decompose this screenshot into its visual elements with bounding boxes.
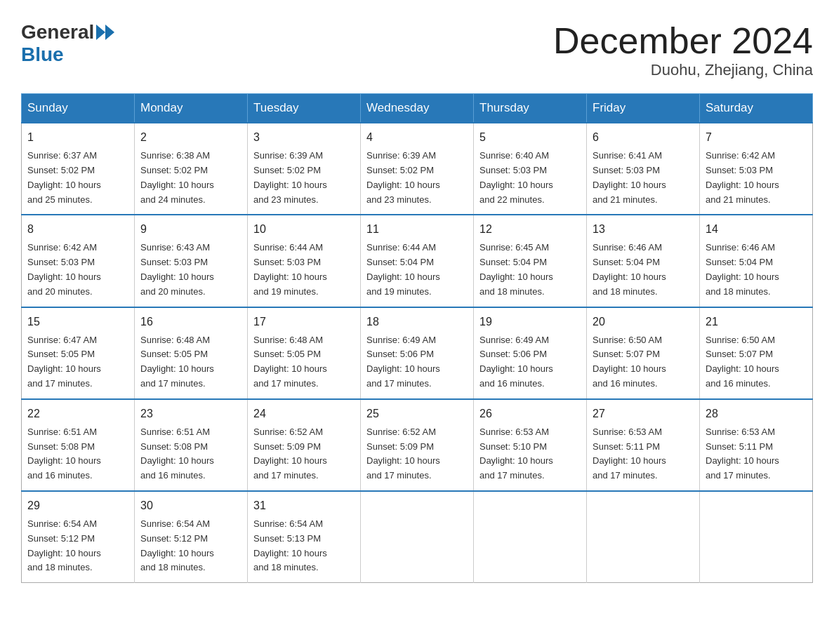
day-number: 2	[140, 129, 241, 146]
day-number: 13	[593, 221, 694, 238]
calendar-cell: 24Sunrise: 6:52 AMSunset: 5:09 PMDayligh…	[248, 399, 361, 491]
calendar-cell	[361, 491, 474, 583]
week-row-3: 15Sunrise: 6:47 AMSunset: 5:05 PMDayligh…	[22, 307, 813, 399]
day-header-wednesday: Wednesday	[361, 94, 474, 123]
day-number: 20	[593, 314, 694, 330]
day-info: Sunrise: 6:52 AMSunset: 5:09 PMDaylight:…	[366, 425, 468, 483]
day-info: Sunrise: 6:47 AMSunset: 5:05 PMDaylight:…	[27, 333, 128, 391]
day-number: 21	[706, 314, 807, 330]
calendar-cell: 5Sunrise: 6:40 AMSunset: 5:03 PMDaylight…	[474, 123, 587, 215]
day-info: Sunrise: 6:44 AMSunset: 5:04 PMDaylight:…	[366, 241, 468, 299]
day-number: 10	[253, 221, 355, 238]
day-info: Sunrise: 6:44 AMSunset: 5:03 PMDaylight:…	[253, 241, 355, 299]
day-number: 15	[27, 314, 128, 330]
calendar-cell: 9Sunrise: 6:43 AMSunset: 5:03 PMDaylight…	[135, 215, 248, 307]
calendar-cell	[587, 491, 700, 583]
calendar-cell: 10Sunrise: 6:44 AMSunset: 5:03 PMDayligh…	[248, 215, 361, 307]
day-number: 31	[253, 497, 355, 514]
day-info: Sunrise: 6:49 AMSunset: 5:06 PMDaylight:…	[479, 333, 581, 391]
day-info: Sunrise: 6:39 AMSunset: 5:02 PMDaylight:…	[366, 149, 468, 207]
day-number: 19	[479, 314, 581, 330]
day-info: Sunrise: 6:54 AMSunset: 5:12 PMDaylight:…	[140, 517, 241, 575]
day-info: Sunrise: 6:51 AMSunset: 5:08 PMDaylight:…	[27, 425, 128, 483]
day-info: Sunrise: 6:53 AMSunset: 5:10 PMDaylight:…	[479, 425, 581, 483]
day-info: Sunrise: 6:53 AMSunset: 5:11 PMDaylight:…	[706, 425, 807, 483]
calendar-cell: 31Sunrise: 6:54 AMSunset: 5:13 PMDayligh…	[248, 491, 361, 583]
day-info: Sunrise: 6:53 AMSunset: 5:11 PMDaylight:…	[593, 425, 694, 483]
day-number: 14	[706, 221, 807, 238]
calendar-cell: 7Sunrise: 6:42 AMSunset: 5:03 PMDaylight…	[700, 123, 813, 215]
day-info: Sunrise: 6:50 AMSunset: 5:07 PMDaylight:…	[706, 333, 807, 391]
day-number: 22	[27, 405, 128, 422]
day-number: 24	[253, 405, 355, 422]
day-number: 29	[27, 497, 128, 514]
calendar-cell: 8Sunrise: 6:42 AMSunset: 5:03 PMDaylight…	[22, 215, 135, 307]
calendar-cell: 21Sunrise: 6:50 AMSunset: 5:07 PMDayligh…	[700, 307, 813, 399]
calendar-cell: 19Sunrise: 6:49 AMSunset: 5:06 PMDayligh…	[474, 307, 587, 399]
week-row-4: 22Sunrise: 6:51 AMSunset: 5:08 PMDayligh…	[22, 399, 813, 491]
calendar-cell: 18Sunrise: 6:49 AMSunset: 5:06 PMDayligh…	[361, 307, 474, 399]
logo: General Blue	[21, 21, 114, 66]
logo-triangle-icon	[96, 25, 105, 40]
day-info: Sunrise: 6:52 AMSunset: 5:09 PMDaylight:…	[253, 425, 355, 483]
calendar-cell: 11Sunrise: 6:44 AMSunset: 5:04 PMDayligh…	[361, 215, 474, 307]
day-info: Sunrise: 6:49 AMSunset: 5:06 PMDaylight:…	[366, 333, 468, 391]
month-title: December 2024	[553, 21, 813, 61]
day-header-saturday: Saturday	[700, 94, 813, 123]
day-number: 26	[479, 405, 581, 422]
logo-triangle-icon2	[105, 25, 114, 40]
day-number: 4	[366, 129, 468, 146]
calendar-cell	[700, 491, 813, 583]
title-area: December 2024 Duohu, Zhejiang, China	[553, 21, 813, 79]
day-number: 11	[366, 221, 468, 238]
day-number: 1	[27, 129, 128, 146]
day-header-monday: Monday	[135, 94, 248, 123]
calendar-cell: 15Sunrise: 6:47 AMSunset: 5:05 PMDayligh…	[22, 307, 135, 399]
calendar-cell: 28Sunrise: 6:53 AMSunset: 5:11 PMDayligh…	[700, 399, 813, 491]
day-info: Sunrise: 6:48 AMSunset: 5:05 PMDaylight:…	[140, 333, 241, 391]
day-info: Sunrise: 6:43 AMSunset: 5:03 PMDaylight:…	[140, 241, 241, 299]
day-info: Sunrise: 6:54 AMSunset: 5:12 PMDaylight:…	[27, 517, 128, 575]
calendar-cell: 12Sunrise: 6:45 AMSunset: 5:04 PMDayligh…	[474, 215, 587, 307]
calendar-cell: 4Sunrise: 6:39 AMSunset: 5:02 PMDaylight…	[361, 123, 474, 215]
day-header-sunday: Sunday	[22, 94, 135, 123]
day-info: Sunrise: 6:37 AMSunset: 5:02 PMDaylight:…	[27, 149, 128, 207]
calendar-cell: 22Sunrise: 6:51 AMSunset: 5:08 PMDayligh…	[22, 399, 135, 491]
day-number: 16	[140, 314, 241, 330]
page-header: General Blue December 2024 Duohu, Zhejia…	[21, 21, 813, 79]
day-header-thursday: Thursday	[474, 94, 587, 123]
day-number: 6	[593, 129, 694, 146]
day-info: Sunrise: 6:50 AMSunset: 5:07 PMDaylight:…	[593, 333, 694, 391]
calendar-cell: 17Sunrise: 6:48 AMSunset: 5:05 PMDayligh…	[248, 307, 361, 399]
calendar-cell: 23Sunrise: 6:51 AMSunset: 5:08 PMDayligh…	[135, 399, 248, 491]
day-info: Sunrise: 6:46 AMSunset: 5:04 PMDaylight:…	[593, 241, 694, 299]
day-info: Sunrise: 6:40 AMSunset: 5:03 PMDaylight:…	[479, 149, 581, 207]
week-row-5: 29Sunrise: 6:54 AMSunset: 5:12 PMDayligh…	[22, 491, 813, 583]
calendar-cell: 14Sunrise: 6:46 AMSunset: 5:04 PMDayligh…	[700, 215, 813, 307]
calendar-cell: 1Sunrise: 6:37 AMSunset: 5:02 PMDaylight…	[22, 123, 135, 215]
calendar-cell: 30Sunrise: 6:54 AMSunset: 5:12 PMDayligh…	[135, 491, 248, 583]
calendar-cell	[474, 491, 587, 583]
week-row-1: 1Sunrise: 6:37 AMSunset: 5:02 PMDaylight…	[22, 123, 813, 215]
day-number: 18	[366, 314, 468, 330]
day-number: 28	[706, 405, 807, 422]
day-number: 3	[253, 129, 355, 146]
calendar-cell: 2Sunrise: 6:38 AMSunset: 5:02 PMDaylight…	[135, 123, 248, 215]
day-info: Sunrise: 6:48 AMSunset: 5:05 PMDaylight:…	[253, 333, 355, 391]
day-number: 17	[253, 314, 355, 330]
day-number: 12	[479, 221, 581, 238]
day-info: Sunrise: 6:51 AMSunset: 5:08 PMDaylight:…	[140, 425, 241, 483]
calendar-cell: 13Sunrise: 6:46 AMSunset: 5:04 PMDayligh…	[587, 215, 700, 307]
day-info: Sunrise: 6:42 AMSunset: 5:03 PMDaylight:…	[27, 241, 128, 299]
day-number: 27	[593, 405, 694, 422]
day-info: Sunrise: 6:54 AMSunset: 5:13 PMDaylight:…	[253, 517, 355, 575]
day-info: Sunrise: 6:38 AMSunset: 5:02 PMDaylight:…	[140, 149, 241, 207]
day-number: 7	[706, 129, 807, 146]
day-header-tuesday: Tuesday	[248, 94, 361, 123]
week-row-2: 8Sunrise: 6:42 AMSunset: 5:03 PMDaylight…	[22, 215, 813, 307]
calendar-table: SundayMondayTuesdayWednesdayThursdayFrid…	[21, 93, 813, 583]
day-number: 23	[140, 405, 241, 422]
day-number: 8	[27, 221, 128, 238]
day-info: Sunrise: 6:39 AMSunset: 5:02 PMDaylight:…	[253, 149, 355, 207]
days-header-row: SundayMondayTuesdayWednesdayThursdayFrid…	[22, 94, 813, 123]
